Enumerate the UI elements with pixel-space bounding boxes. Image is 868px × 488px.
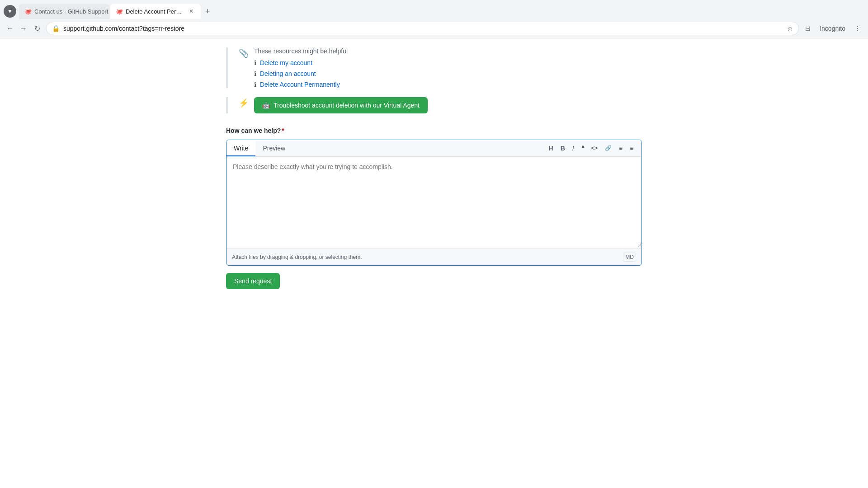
help-section: How can we help?* Write Preview H B I ❝ …	[226, 113, 642, 298]
forward-button[interactable]: →	[17, 22, 30, 35]
virtual-agent-button[interactable]: 🤖 Troubleshoot account deletion with our…	[254, 97, 428, 113]
tab1-label: Contact us - GitHub Support	[34, 8, 108, 15]
info-icon-3: ℹ	[254, 81, 256, 88]
code-tool[interactable]: <>	[589, 143, 600, 153]
resources-icon: 📎	[239, 48, 249, 58]
italic-tool[interactable]: I	[570, 143, 577, 154]
bold-tool[interactable]: B	[558, 143, 568, 154]
nav-controls: ← → ↻	[4, 22, 43, 35]
list-item: ℹ Deleting an account	[254, 70, 348, 77]
bookmark-sidebar-button[interactable]: ⊟	[802, 23, 814, 34]
editor-tabs: Write Preview	[226, 141, 541, 156]
browser-toolbar: ← → ↻ 🔒 ☆ ⊟ Incognito ⋮	[0, 19, 868, 38]
lock-icon: 🔒	[52, 25, 60, 32]
incognito-button[interactable]: Incognito	[816, 23, 849, 34]
editor-toolbar: H B I ❝ <> 🔗 ≡ ≡	[541, 140, 642, 156]
resource-links: ℹ Delete my account ℹ Deleting an accoun…	[254, 59, 348, 88]
markdown-icon: MD	[623, 253, 636, 262]
left-border-agent	[226, 97, 228, 113]
quote-tool[interactable]: ❝	[579, 143, 587, 153]
browser-chrome: ▼ 🐙 Contact us - GitHub Support ✕ 🐙 Dele…	[0, 0, 868, 38]
editor-header: Write Preview H B I ❝ <> 🔗 ≡ ≡	[226, 140, 642, 157]
resource-link-delete-account-permanently[interactable]: Delete Account Permanently	[260, 81, 340, 88]
new-tab-button[interactable]: +	[202, 5, 214, 18]
profile-circle-button[interactable]: ▼	[4, 5, 16, 18]
virtual-agent-section: ⚡ 🤖 Troubleshoot account deletion with o…	[226, 88, 642, 113]
tab1-favicon: 🐙	[24, 8, 31, 14]
menu-button[interactable]: ⋮	[851, 23, 864, 34]
resource-link-delete-my-account[interactable]: Delete my account	[260, 59, 312, 66]
incognito-label: Incognito	[820, 25, 845, 32]
required-star: *	[282, 127, 284, 134]
ordered-list-tool[interactable]: ≡	[627, 143, 636, 154]
bookmark-icon[interactable]: ☆	[787, 25, 793, 32]
tab-write[interactable]: Write	[226, 141, 255, 156]
editor-container: Write Preview H B I ❝ <> 🔗 ≡ ≡ Attach f	[226, 140, 642, 266]
address-bar-container[interactable]: 🔒 ☆	[46, 22, 799, 35]
toolbar-actions: ⊟ Incognito ⋮	[802, 23, 864, 34]
tab2-label: Delete Account Permanently -	[126, 8, 184, 15]
resource-link-deleting-an-account[interactable]: Deleting an account	[260, 70, 316, 77]
list-item: ℹ Delete my account	[254, 59, 348, 66]
page-content: 📎 These resources might be helpful ℹ Del…	[217, 38, 651, 298]
resources-content: These resources might be helpful ℹ Delet…	[254, 47, 348, 88]
virtual-agent-btn-icon: 🤖	[262, 102, 270, 109]
info-icon-1: ℹ	[254, 59, 256, 66]
tab-delete-account[interactable]: 🐙 Delete Account Permanently - ✕	[110, 4, 201, 19]
unordered-list-tool[interactable]: ≡	[616, 143, 625, 154]
editor-footer: Attach files by dragging & dropping, or …	[226, 249, 642, 265]
left-border-resources	[226, 47, 228, 88]
tab2-favicon: 🐙	[116, 8, 122, 14]
link-tool[interactable]: 🔗	[602, 143, 614, 153]
back-button[interactable]: ←	[4, 22, 16, 35]
reload-button[interactable]: ↻	[31, 22, 43, 35]
address-bar-input[interactable]	[63, 25, 783, 32]
attach-text: Attach files by dragging & dropping, or …	[232, 254, 362, 260]
tab2-close-button[interactable]: ✕	[187, 7, 195, 15]
send-request-button[interactable]: Send request	[226, 273, 280, 289]
help-textarea[interactable]	[226, 157, 642, 247]
tab-preview[interactable]: Preview	[255, 141, 292, 156]
heading-tool[interactable]: H	[546, 143, 556, 154]
resources-title: These resources might be helpful	[254, 47, 348, 55]
virtual-agent-section-icon: ⚡	[239, 98, 249, 108]
list-item: ℹ Delete Account Permanently	[254, 81, 348, 88]
info-icon-2: ℹ	[254, 70, 256, 77]
resources-section: 📎 These resources might be helpful ℹ Del…	[226, 38, 642, 88]
tab-contact-github[interactable]: 🐙 Contact us - GitHub Support ✕	[19, 4, 109, 19]
help-label: How can we help?*	[226, 127, 642, 134]
virtual-agent-btn-label: Troubleshoot account deletion with our V…	[274, 102, 420, 109]
tab-bar: ▼ 🐙 Contact us - GitHub Support ✕ 🐙 Dele…	[0, 0, 868, 19]
